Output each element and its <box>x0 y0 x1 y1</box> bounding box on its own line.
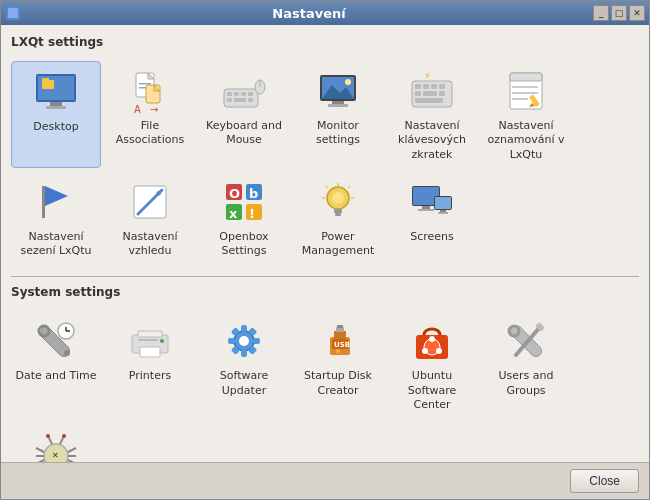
svg-rect-34 <box>423 84 429 89</box>
printers-item[interactable]: Printers <box>105 311 195 418</box>
printers-icon <box>126 317 174 365</box>
desktop-label: Desktop <box>33 120 78 134</box>
date-time-icon <box>32 317 80 365</box>
svg-rect-33 <box>415 84 421 89</box>
monitor-settings-label: Monitor settings <box>297 119 379 148</box>
window-controls: _ □ ✕ <box>593 5 645 21</box>
lxqt-section-title: LXQt settings <box>11 35 639 49</box>
svg-rect-17 <box>227 92 232 96</box>
ubuntu-software-center-item[interactable]: Ubuntu Software Center <box>387 311 477 418</box>
svg-point-90 <box>239 336 249 346</box>
system-icon-grid: Date and Time <box>11 307 639 462</box>
xdiagnose-item[interactable]: ✕ xdiagnose <box>11 422 101 462</box>
svg-rect-92 <box>241 350 247 357</box>
nastaveni-sezeni-item[interactable]: Nastavení sezení LxQtu <box>11 172 101 265</box>
xdiagnose-icon: ✕ <box>32 428 80 462</box>
lxqt-section: LXQt settings <box>11 35 639 268</box>
svg-text:b: b <box>249 186 258 201</box>
nastaveni-sezeni-label: Nastavení sezení LxQtu <box>15 230 97 259</box>
svg-rect-35 <box>431 84 437 89</box>
startup-disk-creator-label: Startup Disk Creator <box>297 369 379 398</box>
minimize-button[interactable]: _ <box>593 5 609 21</box>
keyboard-mouse-icon <box>220 67 268 115</box>
nastaveni-vzhledu-label: Nastavení vzhledu <box>109 230 191 259</box>
svg-rect-94 <box>253 338 260 344</box>
svg-rect-40 <box>415 98 443 103</box>
nastaveni-oznamovani-icon <box>502 67 550 115</box>
svg-rect-6 <box>42 80 54 89</box>
power-management-item[interactable]: Power Management <box>293 172 383 265</box>
svg-point-124 <box>62 434 66 438</box>
startup-disk-creator-item[interactable]: USB Startup Disk Creator <box>293 311 383 418</box>
nastaveni-vzhledu-item[interactable]: Nastavení vzhledu <box>105 172 195 265</box>
printers-label: Printers <box>129 369 171 383</box>
file-associations-item[interactable]: A → File Associations <box>105 61 195 168</box>
svg-rect-91 <box>241 325 247 332</box>
svg-rect-43 <box>510 73 542 81</box>
window-title: Nastavení <box>25 6 593 21</box>
svg-rect-10 <box>139 83 151 85</box>
screens-item[interactable]: Screens <box>387 172 477 265</box>
svg-point-80 <box>64 350 70 356</box>
svg-line-67 <box>348 186 350 188</box>
keyboard-mouse-item[interactable]: Keyboard and Mouse <box>199 61 289 168</box>
power-management-icon <box>314 178 362 226</box>
svg-rect-23 <box>248 98 253 102</box>
svg-rect-74 <box>418 209 434 211</box>
svg-point-29 <box>345 79 351 85</box>
content-area: LXQt settings <box>1 25 649 462</box>
system-section-title: System settings <box>11 285 639 299</box>
svg-point-123 <box>46 434 50 438</box>
svg-point-110 <box>436 348 442 354</box>
svg-rect-100 <box>334 331 346 339</box>
monitor-settings-item[interactable]: Monitor settings <box>293 61 383 168</box>
svg-rect-18 <box>234 92 239 96</box>
software-updater-item[interactable]: Software Updater <box>199 311 289 418</box>
software-updater-icon <box>220 317 268 365</box>
maximize-button[interactable]: □ <box>611 5 627 21</box>
date-time-item[interactable]: Date and Time <box>11 311 101 418</box>
svg-point-109 <box>422 348 428 354</box>
svg-rect-22 <box>234 98 246 102</box>
svg-text:A: A <box>134 104 141 115</box>
svg-text:✕: ✕ <box>52 451 59 460</box>
close-button[interactable]: Close <box>570 469 639 493</box>
svg-rect-102 <box>337 325 343 328</box>
openbox-settings-icon: O b x ! <box>220 178 268 226</box>
svg-rect-76 <box>435 197 451 209</box>
desktop-item[interactable]: Desktop <box>11 61 101 168</box>
system-section: System settings <box>11 285 639 462</box>
svg-point-87 <box>160 339 164 343</box>
openbox-settings-item[interactable]: O b x ! Openbox Settings <box>199 172 289 265</box>
svg-text:USB: USB <box>334 341 350 349</box>
svg-rect-1 <box>8 8 18 18</box>
nastaveni-oznamovani-item[interactable]: Nastavení oznamování v LxQtu <box>481 61 571 168</box>
svg-rect-39 <box>439 91 445 96</box>
svg-line-115 <box>36 448 44 452</box>
nastaveni-klavesovych-item[interactable]: ⚡ Nastavení klávesových zkratek <box>387 61 477 168</box>
software-updater-label: Software Updater <box>203 369 285 398</box>
users-and-groups-item[interactable]: Users and Groups <box>481 311 571 418</box>
svg-rect-93 <box>228 338 235 344</box>
svg-text:!: ! <box>249 206 255 221</box>
svg-rect-38 <box>423 91 437 96</box>
screens-icon <box>408 178 456 226</box>
users-and-groups-label: Users and Groups <box>485 369 567 398</box>
close-button[interactable]: ✕ <box>629 5 645 21</box>
svg-text:→: → <box>150 104 158 115</box>
svg-point-65 <box>332 192 344 204</box>
nastaveni-oznamovani-label: Nastavení oznamování v LxQtu <box>485 119 567 162</box>
monitor-settings-icon <box>314 67 362 115</box>
svg-rect-20 <box>248 92 253 96</box>
svg-rect-31 <box>328 104 348 107</box>
svg-point-108 <box>429 336 435 342</box>
svg-rect-30 <box>332 101 344 104</box>
openbox-settings-label: Openbox Settings <box>203 230 285 259</box>
keyboard-mouse-label: Keyboard and Mouse <box>203 119 285 148</box>
svg-text:⚡: ⚡ <box>424 70 431 81</box>
svg-rect-78 <box>438 212 448 214</box>
ubuntu-software-center-label: Ubuntu Software Center <box>391 369 473 412</box>
svg-rect-36 <box>439 84 445 89</box>
svg-rect-86 <box>140 347 160 357</box>
section-divider <box>11 276 639 277</box>
